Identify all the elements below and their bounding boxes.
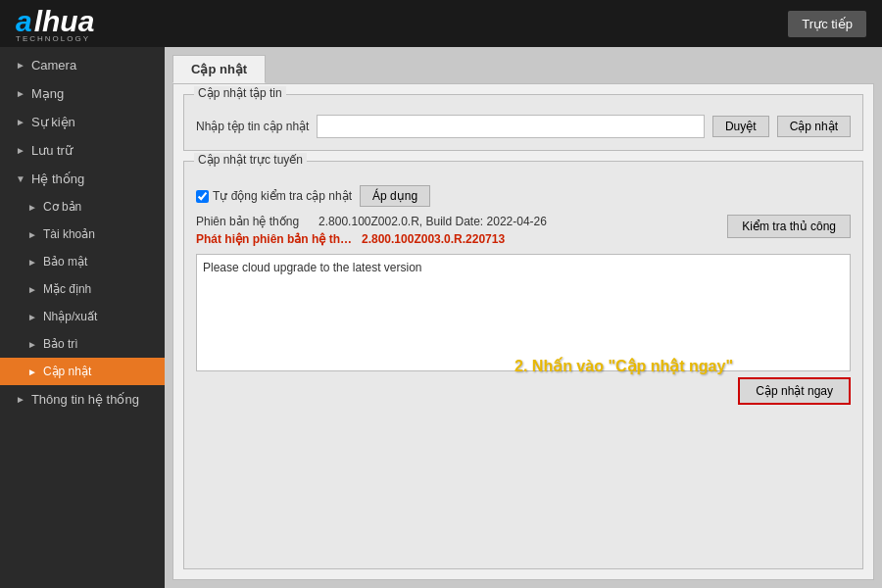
- sidebar-item-bao-tri[interactable]: ► Bảo trì: [0, 330, 165, 358]
- chevron-right-icon: ►: [27, 312, 37, 322]
- tab-cap-nhat[interactable]: Cập nhật: [172, 55, 266, 83]
- sidebar-item-tai-khoan[interactable]: ► Tài khoản: [0, 220, 165, 248]
- sidebar-item-co-ban[interactable]: ► Cơ bản: [0, 193, 165, 220]
- logo-rest: lhua: [34, 5, 95, 38]
- manual-check-button[interactable]: Kiểm tra thủ công: [727, 215, 851, 238]
- auto-check-label[interactable]: Tự động kiểm tra cập nhật: [196, 189, 352, 203]
- chevron-right-icon: ►: [16, 88, 25, 99]
- chevron-right-icon: ►: [27, 202, 37, 213]
- sidebar-item-cap-nhat[interactable]: ► Cập nhật: [0, 358, 165, 385]
- sidebar-item-label: Cơ bản: [43, 200, 81, 214]
- chevron-right-icon: ►: [16, 394, 25, 405]
- chevron-right-icon: ►: [16, 117, 25, 127]
- auto-check-checkbox[interactable]: [196, 190, 209, 203]
- file-update-section: Cập nhật tập tin Nhập tệp tin cập nhật D…: [183, 94, 863, 151]
- sidebar-item-label: Thông tin hệ thống: [31, 392, 139, 407]
- chevron-right-icon: ►: [27, 257, 37, 268]
- header: a lhua TECHNOLOGY Trực tiếp: [0, 0, 882, 47]
- version-label: Phiên bản hệ thống: [196, 215, 299, 228]
- annotation-text: 2. Nhấn vào "Cập nhật ngay": [514, 357, 733, 375]
- online-section-title: Cập nhật trực tuyến: [194, 153, 307, 167]
- log-text: Please cloud upgrade to the latest versi…: [203, 261, 421, 274]
- sidebar-item-label: Sự kiện: [31, 115, 75, 129]
- chevron-right-icon: ►: [16, 60, 25, 71]
- sidebar-item-mac-dinh[interactable]: ► Mặc định: [0, 275, 165, 303]
- version-line: Phiên bản hệ thống 2.800.100Z002.0.R, Bu…: [196, 215, 547, 228]
- bottom-area: 2. Nhấn vào "Cập nhật ngay" Cập nhật nga…: [196, 377, 851, 405]
- tab-bar: Cập nhật: [172, 55, 874, 83]
- sidebar-item-label: Tài khoản: [43, 227, 95, 241]
- sidebar-item-camera[interactable]: ► Camera: [0, 51, 165, 79]
- logo: a lhua TECHNOLOGY: [16, 5, 94, 43]
- sidebar-item-label: Lưu trữ: [31, 143, 73, 158]
- sidebar-item-he-thong[interactable]: ▼ Hệ thống: [0, 165, 165, 193]
- update-now-button[interactable]: Cập nhật ngay: [738, 377, 851, 405]
- detected-line: Phát hiện phiên bản hệ th… 2.800.100Z003…: [196, 232, 547, 246]
- detected-value: 2.800.100Z003.0.R.220713: [362, 232, 505, 246]
- chevron-right-icon: ►: [27, 284, 37, 295]
- live-button[interactable]: Trực tiếp: [788, 11, 866, 37]
- sidebar-item-label: Mạng: [31, 86, 64, 101]
- browse-button[interactable]: Duyệt: [712, 116, 769, 137]
- logo-tech: TECHNOLOGY: [16, 34, 90, 43]
- file-input[interactable]: [317, 115, 705, 138]
- content-area: Cập nhật Cập nhật tập tin Nhập tệp tin c…: [165, 47, 882, 588]
- chevron-down-icon: ▼: [16, 173, 25, 184]
- apply-button[interactable]: Áp dụng: [360, 185, 430, 207]
- file-update-button[interactable]: Cập nhật: [777, 116, 851, 137]
- version-value: 2.800.100Z002.0.R, Build Date: 2022-04-2…: [318, 215, 547, 228]
- sidebar-item-label: Bảo trì: [43, 337, 78, 351]
- file-section-title: Cập nhật tập tin: [194, 86, 286, 100]
- sidebar-item-label: Hệ thống: [31, 172, 84, 186]
- main-panel: Cập nhật tập tin Nhập tệp tin cập nhật D…: [172, 83, 874, 580]
- sidebar-item-su-kien[interactable]: ► Sự kiện: [0, 108, 165, 136]
- sidebar-item-label: Cập nhật: [43, 365, 91, 378]
- sidebar-item-luu-tru[interactable]: ► Lưu trữ: [0, 136, 165, 165]
- sidebar-item-nhap-xuat[interactable]: ► Nhập/xuất: [0, 303, 165, 330]
- sidebar-item-bao-mat[interactable]: ► Bảo mật: [0, 248, 165, 275]
- sidebar-item-label: Camera: [31, 58, 76, 73]
- sidebar-item-label: Nhập/xuất: [43, 310, 97, 323]
- online-update-section: Cập nhật trực tuyến Tự động kiểm tra cập…: [183, 161, 863, 569]
- auto-check-text: Tự động kiểm tra cập nhật: [213, 189, 352, 203]
- sidebar-item-label: Mặc định: [43, 282, 91, 296]
- log-area: Please cloud upgrade to the latest versi…: [196, 254, 851, 371]
- file-label: Nhập tệp tin cập nhật: [196, 120, 309, 133]
- chevron-right-icon: ►: [27, 367, 37, 377]
- sidebar-item-mang[interactable]: ► Mạng: [0, 79, 165, 108]
- sidebar-item-thong-tin[interactable]: ► Thông tin hệ thống: [0, 385, 165, 414]
- chevron-right-icon: ►: [27, 339, 37, 350]
- main-layout: ► Camera ► Mạng ► Sự kiện ► Lưu trữ ▼ Hệ…: [0, 47, 882, 588]
- chevron-right-icon: ►: [27, 229, 37, 240]
- chevron-right-icon: ►: [16, 145, 25, 156]
- detected-label: Phát hiện phiên bản hệ th…: [196, 232, 352, 246]
- sidebar: ► Camera ► Mạng ► Sự kiện ► Lưu trữ ▼ Hệ…: [0, 47, 165, 588]
- sidebar-item-label: Bảo mật: [43, 255, 87, 269]
- logo-a: a: [16, 5, 32, 38]
